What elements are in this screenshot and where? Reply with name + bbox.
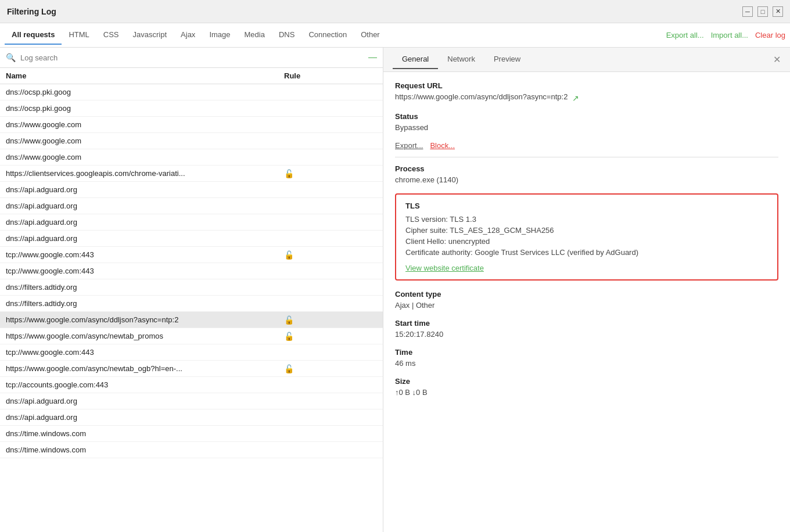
table-row[interactable]: dns://filters.adtidy.org — [0, 279, 383, 296]
row-name: dns://api.adguard.org — [6, 234, 284, 243]
row-name: tcp://www.google.com:443 — [6, 250, 284, 259]
import-all-button[interactable]: Import all... — [711, 31, 748, 39]
table-row[interactable]: dns://ocsp.pki.goog — [0, 100, 383, 117]
table-row[interactable]: dns://time.windows.com — [0, 426, 383, 442]
table-row[interactable]: tcp://www.google.com:443 — [0, 344, 383, 361]
row-name: tcp://www.google.com:443 — [6, 348, 284, 357]
table-row[interactable]: dns://api.adguard.org — [0, 409, 383, 426]
filter-icon[interactable]: ⸻ — [368, 52, 377, 63]
close-button[interactable]: ✕ — [773, 6, 783, 17]
divider-1 — [395, 157, 778, 157]
start-time-label: Start time — [395, 319, 778, 328]
detail-close-button[interactable]: ✕ — [773, 54, 781, 65]
row-name: dns://api.adguard.org — [6, 185, 284, 194]
row-rule: 🔓 — [284, 332, 377, 341]
tab-dns[interactable]: DNS — [272, 26, 301, 45]
column-rule-header: Rule — [284, 71, 377, 80]
table-row[interactable]: dns://api.adguard.org — [0, 231, 383, 247]
table-header: Name Rule — [0, 68, 383, 84]
export-link[interactable]: Export... — [395, 141, 423, 150]
lock-icon: 🔓 — [284, 332, 294, 341]
row-name: dns://www.google.com — [6, 136, 284, 145]
row-name: https://www.google.com/async/ddljson?asy… — [6, 315, 284, 324]
row-rule: 🔓 — [284, 364, 377, 373]
tab-css[interactable]: CSS — [96, 26, 126, 45]
content-type-section: Content type Ajax | Other — [395, 290, 778, 310]
table-row[interactable]: dns://api.adguard.org — [0, 198, 383, 214]
detail-tab-general[interactable]: General — [393, 50, 438, 69]
table-row[interactable]: https://clientservices.googleapis.com/ch… — [0, 166, 383, 182]
tab-other[interactable]: Other — [354, 26, 387, 45]
status-value: Bypassed — [395, 123, 778, 132]
row-name: https://clientservices.googleapis.com/ch… — [6, 169, 284, 178]
process-value: chrome.exe (1140) — [395, 175, 778, 184]
action-links: Export... Block... — [395, 141, 778, 150]
row-name: tcp://www.google.com:443 — [6, 267, 284, 275]
table-row[interactable]: dns://filters.adtidy.org — [0, 296, 383, 312]
size-value: ↑0 B ↓0 B — [395, 388, 778, 397]
row-name: dns://api.adguard.org — [6, 202, 284, 210]
export-all-button[interactable]: Export all... — [666, 31, 704, 39]
row-name: dns://filters.adtidy.org — [6, 299, 284, 308]
table-row[interactable]: dns://www.google.com — [0, 133, 383, 149]
search-icon: 🔍 — [6, 53, 16, 62]
table-row[interactable]: dns://time.windows.com — [0, 442, 383, 458]
left-panel: 🔍 ⸻ Name Rule dns://ocsp.pki.googdns://o… — [0, 48, 383, 532]
table-row[interactable]: dns://www.google.com — [0, 149, 383, 166]
table-row[interactable]: dns://ocsp.pki.goog — [0, 84, 383, 100]
content-type-label: Content type — [395, 290, 778, 299]
tab-image[interactable]: Image — [202, 26, 237, 45]
title-bar: Filtering Log ─ □ ✕ — [0, 0, 790, 23]
request-url-row: https://www.google.com/async/ddljson?asy… — [395, 92, 778, 103]
clear-log-button[interactable]: Clear log — [755, 31, 785, 39]
row-rule: 🔓 — [284, 169, 377, 178]
search-input[interactable] — [20, 53, 363, 62]
block-link[interactable]: Block... — [430, 141, 455, 150]
table-row[interactable]: tcp://accounts.google.com:443 — [0, 377, 383, 393]
tls-section: TLS TLS version: TLS 1.3 Cipher suite: T… — [395, 193, 778, 281]
row-name: dns://www.google.com — [6, 153, 284, 161]
table-row[interactable]: dns://api.adguard.org — [0, 393, 383, 409]
tab-all-requests[interactable]: All requests — [5, 26, 62, 45]
minimize-button[interactable]: ─ — [742, 6, 753, 17]
table-row[interactable]: dns://api.adguard.org — [0, 214, 383, 231]
row-name: dns://time.windows.com — [6, 445, 284, 454]
detail-tab-network[interactable]: Network — [438, 50, 484, 69]
time-label: Time — [395, 348, 778, 357]
tab-ajax[interactable]: Ajax — [174, 26, 202, 45]
restore-button[interactable]: □ — [757, 6, 768, 17]
row-name: dns://api.adguard.org — [6, 413, 284, 422]
tab-html[interactable]: HTML — [62, 26, 96, 45]
status-section: Status Bypassed — [395, 112, 778, 132]
row-rule: 🔓 — [284, 250, 377, 260]
lock-icon: 🔓 — [284, 315, 294, 325]
lock-icon: 🔓 — [284, 250, 294, 260]
table-body: dns://ocsp.pki.googdns://ocsp.pki.googdn… — [0, 84, 383, 532]
view-website-certificate-link[interactable]: View website certificate — [405, 264, 484, 272]
tab-javascript[interactable]: Javascript — [126, 26, 174, 45]
table-row[interactable]: dns://api.adguard.org — [0, 182, 383, 198]
table-row[interactable]: https://www.google.com/async/newtab_prom… — [0, 328, 383, 344]
table-row[interactable]: tcp://www.google.com:443🔓 — [0, 247, 383, 263]
size-label: Size — [395, 377, 778, 386]
table-row[interactable]: tcp://www.google.com:443 — [0, 263, 383, 279]
table-row[interactable]: https://www.google.com/async/newtab_ogb?… — [0, 361, 383, 377]
row-name: tcp://accounts.google.com:443 — [6, 380, 284, 389]
right-panel: General Network Preview ✕ Request URL ht… — [383, 48, 790, 532]
detail-tab-preview[interactable]: Preview — [484, 50, 530, 69]
process-label: Process — [395, 164, 778, 173]
table-row[interactable]: dns://www.google.com — [0, 117, 383, 133]
start-time-value: 15:20:17.8240 — [395, 330, 778, 339]
row-name: dns://www.google.com — [6, 120, 284, 129]
tab-media[interactable]: Media — [238, 26, 272, 45]
external-link-icon[interactable]: ↗ — [572, 94, 579, 103]
app-title: Filtering Log — [7, 7, 56, 16]
content-type-value: Ajax | Other — [395, 301, 778, 310]
table-row[interactable]: https://www.google.com/async/ddljson?asy… — [0, 312, 383, 328]
detail-content: Request URL https://www.google.com/async… — [383, 72, 790, 532]
column-name-header: Name — [6, 71, 284, 80]
tls-version: TLS version: TLS 1.3 — [405, 215, 768, 224]
tab-connection[interactable]: Connection — [301, 26, 354, 45]
row-rule: 🔓 — [284, 315, 377, 325]
row-name: https://www.google.com/async/newtab_prom… — [6, 332, 284, 340]
